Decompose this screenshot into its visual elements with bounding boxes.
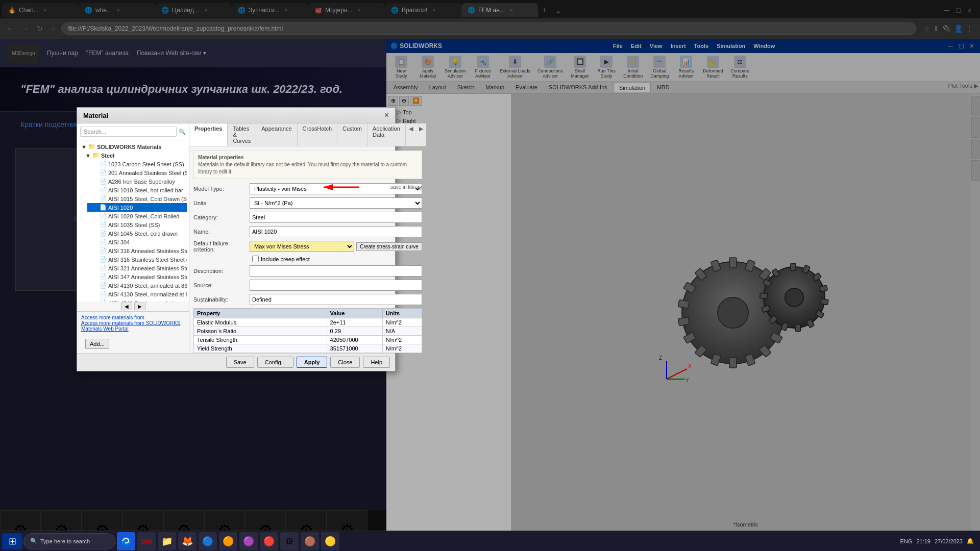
scroll-left-btn[interactable]: ◀ [121,303,132,310]
taskbar-app-chrome[interactable]: 🔵 [199,532,217,550]
mat-item-14[interactable]: 📄 AISI 4130 Steel, annealed at 865C [87,281,187,290]
mat-item-icon-6: 📄 [100,213,107,219]
dtab-properties[interactable]: Properties [189,123,228,146]
mat-item-0[interactable]: 📄 1023 Carbon Steel Sheet (SS) [87,160,187,168]
mat-item-12[interactable]: 📄 AISI 321 Annealed Stainless Steel (SS) [87,264,187,272]
taskbar-time: 21:19 [916,538,930,544]
mat-item-15[interactable]: 📄 AISI 4130 Steel, normalized at 870C [87,290,187,298]
taskbar-right: ENG 21:19 27/02/2023 🔔 [900,538,978,544]
taskbar-app-firefox[interactable]: 🦊 [178,532,197,550]
mat-item-8[interactable]: 📄 AISI 1045 Steel, cold drawn [87,229,187,238]
taskbar-app-extra5[interactable]: 🟤 [301,532,319,550]
failure-select[interactable]: Max von Mises Stress [250,241,354,252]
material-props-table: Property Value Units Elastic Modulus2e+1… [193,308,422,353]
mat-notice: Material properties Materials in the def… [193,151,422,179]
units-select[interactable]: SI - N/m^2 (Pa) [250,197,422,209]
help-button[interactable]: Help [363,357,390,368]
start-button[interactable]: ⊞ [2,533,22,549]
taskbar-app-file[interactable]: 📁 [158,532,176,550]
table-cell-4-0: Tangent Modulus [194,353,327,354]
mat-item-label-3: AISI 1010 Steel, hot rolled bar [108,187,183,193]
dtab-right-arrow[interactable]: ▶ [416,123,426,146]
tree-steel-group: ▼ 📁 Steel 📄 1023 Carbon Steel Sheet (SS)… [83,151,187,302]
dialog-body: 🔍 ▼ 📁 SOLIDWORKS Materials ▼ 📁 St [77,123,395,353]
dtab-tables[interactable]: Tables & Curves [228,123,256,146]
table-cell-4-2: N/m^2 [382,353,422,354]
apply-button[interactable]: Apply [297,357,328,368]
close-button[interactable]: Close [330,357,360,368]
source-input[interactable] [250,280,422,291]
firefox-taskbar-icon: 🦊 [182,536,193,547]
steel-label: Steel [101,153,114,159]
prop-model-type: Model Type: Plasticity - von Mises [193,183,422,194]
prop-name: Name: [193,226,422,237]
table-row-1: Poisson`s Ratio0.29N/A [194,327,422,336]
taskbar-app-extra4[interactable]: ⚙ [280,532,299,550]
mat-item-label-4: AISI 1015 Steel, Cold Drawn (SS) [108,196,187,202]
extra6-icon: 🟡 [325,536,336,547]
mat-item-4[interactable]: 📄 AISI 1015 Steel, Cold Drawn (SS) [87,194,187,203]
name-input[interactable] [250,226,422,237]
taskbar-app-solidworks[interactable]: SW [137,532,156,550]
mat-item-5[interactable]: 📄 AISI 1020 [87,203,187,212]
mat-item-11[interactable]: 📄 AISI 316 Stainless Steel Sheet (SS) [87,255,187,264]
mat-item-label-13: AISI 347 Annealed Stainless Steel (SS) [108,274,187,280]
taskbar-app-extra1[interactable]: 🟠 [219,532,237,550]
col-property: Property [194,309,327,318]
tree-steel-item[interactable]: ▼ 📁 Steel [83,151,187,160]
save-in-library-text: save in library [390,184,422,190]
mat-item-13[interactable]: 📄 AISI 347 Annealed Stainless Steel (SS) [87,272,187,281]
dtab-left-arrow[interactable]: ◀ [406,123,416,146]
mat-item-2[interactable]: 📄 A286 Iron Base Superalloy [87,177,187,186]
table-cell-0-0: Elastic Modulus [194,318,327,327]
dtab-appearance[interactable]: Appearance [256,123,297,146]
mat-item-label-7: AISI 1035 Steel (SS) [108,222,160,228]
save-button[interactable]: Save [226,357,254,368]
steel-icon: 📁 [92,152,100,159]
taskbar-app-extra6[interactable]: 🟡 [321,532,339,550]
table-cell-0-1: 2e+11 [327,318,382,327]
mat-item-label-0: 1023 Carbon Steel Sheet (SS) [108,161,184,167]
mat-web-portal-link[interactable]: Access more materials from SOLIDWORKS Ma… [81,320,180,332]
dtab-appdata[interactable]: Application Data [368,123,406,146]
category-input[interactable] [250,212,422,223]
steel-arrow: ▼ [85,153,91,159]
creep-checkbox[interactable] [252,256,259,262]
mat-item-icon-13: 📄 [100,273,107,280]
sustainability-input[interactable] [250,294,422,305]
prop-failure: Default failurecriterion: Max von Mises … [193,240,422,253]
mat-item-icon-2: 📄 [100,178,107,185]
taskbar-app-edge[interactable] [117,532,135,550]
add-material-button[interactable]: Add... [85,339,109,349]
mat-item-9[interactable]: 📄 AISI 304 [87,238,187,246]
prop-name-label: Name: [193,229,250,235]
mat-item-label-6: AISI 1020 Steel, Cold Rolled [108,213,179,219]
dialog-title-text: Material [83,112,108,119]
mat-web-access-text: Access more materials from [81,315,185,320]
notification-icon[interactable]: 🔔 [967,538,974,544]
table-header-row: Property Value Units [194,309,422,318]
description-input[interactable] [250,265,422,277]
mat-item-icon-7: 📄 [100,221,107,228]
mat-item-3[interactable]: 📄 AISI 1010 Steel, hot rolled bar [87,186,187,194]
prop-sustainability: Sustainability: [193,294,422,305]
taskbar-search-box[interactable]: 🔍 Type here to search [23,533,115,549]
taskbar-app-extra3[interactable]: 🔴 [260,532,278,550]
search-input[interactable] [80,127,177,137]
mat-item-7[interactable]: 📄 AISI 1035 Steel (SS) [87,220,187,229]
config-button[interactable]: Config... [257,357,293,368]
mat-item-10[interactable]: 📄 AISI 316 Annealed Stainless Steel Bar [87,246,187,255]
taskbar-app-extra2[interactable]: 🟣 [239,532,258,550]
file-taskbar-icon: 📁 [161,536,173,547]
dialog-close-button[interactable]: × [384,111,389,120]
prop-source: Source: [193,280,422,291]
dtab-custom[interactable]: Custom [337,123,368,146]
stress-strain-button[interactable]: Create stress-strain curve [356,242,422,251]
dtab-crosshatch[interactable]: CrossHatch [298,123,337,146]
mat-item-1[interactable]: 📄 201 Annealed Stainless Steel (SS) [87,168,187,177]
table-row-3: Yield Strength351571000N/m^2 [194,344,422,353]
tree-root-solidworks[interactable]: ▼ 📁 SOLIDWORKS Materials [79,142,187,151]
scroll-right-btn[interactable]: ▶ [134,303,145,310]
mat-item-label-2: A286 Iron Base Superalloy [108,179,175,185]
mat-item-6[interactable]: 📄 AISI 1020 Steel, Cold Rolled [87,212,187,220]
